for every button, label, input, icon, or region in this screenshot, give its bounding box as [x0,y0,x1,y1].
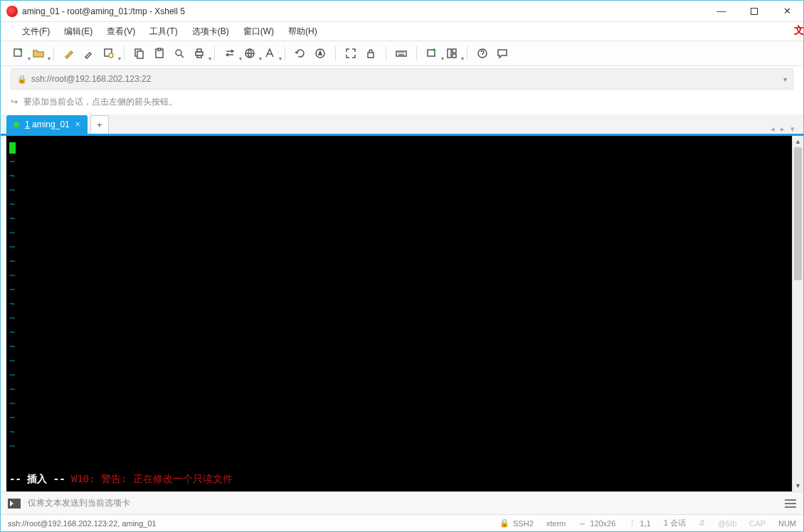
toolbar-sep [124,46,125,60]
vim-tilde-row: ~ [9,353,789,368]
toolbar-sep [53,46,54,60]
close-button[interactable]: ✕ [771,1,803,21]
menu-tabs[interactable]: 选项卡(B) [185,23,236,41]
maximize-button[interactable] [738,1,771,21]
svg-rect-18 [453,54,456,58]
compass-button[interactable] [312,46,328,61]
svg-point-2 [109,53,113,58]
tab-prev-icon[interactable]: ◂ [771,124,775,134]
menu-help[interactable]: 帮助(H) [281,23,324,41]
tab-strip: 1 aming_01 × + ◂ ▸ ▾ [1,115,803,136]
search-button[interactable] [171,46,187,61]
svg-rect-14 [396,51,406,56]
vim-tilde-row: ~ [9,183,789,197]
toolbar-sep [416,46,417,60]
tab-menu-icon[interactable]: ▾ [790,124,795,134]
copy-button[interactable] [132,46,147,61]
menu-tools[interactable]: 工具(T) [142,23,184,41]
status-size: ↔120x26 [578,519,615,528]
tab-aming-01[interactable]: 1 aming_01 × [6,115,88,134]
app-icon [6,6,18,17]
layout-button[interactable] [444,46,460,61]
status-bar: ssh://root@192.168.202.123:22, aming_01 … [1,514,803,531]
svg-rect-4 [137,51,143,58]
vim-tilde-row: ~ [9,368,789,382]
vim-status-line: -- 插入 -- W10: 警告: 正在修改一个只读文件 [9,472,233,486]
status-num: NUM [778,519,796,528]
prompt-icon [8,499,21,509]
scroll-down-icon[interactable]: ▼ [793,480,803,491]
tab-nav: ◂ ▸ ▾ [771,124,803,134]
tab-next-icon[interactable]: ▸ [781,124,785,134]
tab-close-icon[interactable]: × [75,119,80,129]
new-tab-button[interactable]: + [90,115,109,134]
vim-tilde-row: ~ [9,154,789,169]
vim-tilde-row: ~ [9,225,789,240]
new-window-button[interactable] [424,46,440,61]
vim-mode: -- 插入 -- [9,473,71,484]
status-watermark: @5tb [718,519,736,528]
status-sessions: 1 会话 [664,518,686,528]
compose-hint: 仅将文本发送到当前选项卡 [28,497,130,509]
compose-menu-icon[interactable] [785,499,796,508]
title-bar: aming_01 - root@aming_01:/tmp - Xshell 5… [1,1,803,22]
keyboard-button[interactable] [393,46,409,61]
scroll-up-icon[interactable]: ▲ [793,136,803,147]
toolbar-sep [386,46,386,60]
compose-bar: 仅将文本发送到当前选项卡 [1,491,803,514]
vim-tilde-row: ~ [9,311,789,325]
globe-button[interactable] [242,46,258,61]
svg-rect-10 [197,55,201,58]
svg-rect-9 [197,49,201,52]
print-button[interactable] [191,46,207,61]
vim-tilde-row: ~ [9,439,789,453]
properties-button[interactable] [101,46,117,61]
terminal-scrollbar[interactable]: ▲ ▼ [792,136,803,491]
session-hint-text: 要添加当前会话，点击左侧的箭头按钮。 [23,96,177,108]
open-button[interactable] [31,46,46,61]
new-session-button[interactable] [11,46,26,61]
address-dropdown-icon[interactable]: ▾ [783,75,787,83]
vim-tilde-row: ~ [9,339,789,353]
terminal-container: ~~~~~~~~~~~~~~~~~~~~~ -- 插入 -- W10: 警告: … [6,136,803,491]
fullscreen-button[interactable] [343,46,359,61]
status-cursor: ⋮1,1 [628,518,650,528]
tab-status-dot [14,122,19,127]
vim-tilde-row: ~ [9,325,789,339]
highlight-button[interactable] [61,46,77,61]
chat-button[interactable] [494,46,510,61]
vim-tilde-row: ~ [9,240,789,254]
transfer-button[interactable] [222,46,238,61]
menu-view[interactable]: 查看(V) [100,23,142,41]
refresh-button[interactable] [292,46,308,61]
vim-tilde-row: ~ [9,268,789,282]
terminal[interactable]: ~~~~~~~~~~~~~~~~~~~~~ -- 插入 -- W10: 警告: … [6,136,792,491]
vim-tilde-row: ~ [9,211,789,225]
resize-icon: ↔ [578,519,586,528]
toolbar-sep [214,46,215,60]
minimize-button[interactable]: — [705,1,738,21]
tab-label: aming_01 [32,119,70,129]
toolbar-sep [285,46,285,60]
menu-window[interactable]: 窗口(W) [236,23,281,41]
address-bar[interactable]: 🔒 ssh://root@192.168.202.123:22 ▾ [11,68,793,90]
scroll-thumb[interactable] [794,147,802,280]
toolbar-sep [467,46,467,60]
status-proto: 🔒SSH2 [499,518,534,528]
window-title: aming_01 - root@aming_01:/tmp - Xshell 5 [22,6,705,16]
lock-icon: 🔒 [17,75,27,84]
font-button[interactable] [262,46,277,61]
lock-button[interactable] [363,46,379,61]
scroll-track[interactable] [793,147,803,480]
paste-button[interactable] [152,46,167,61]
vim-tilde-row: ~ [9,382,789,396]
bookmark-add-icon[interactable]: ↪ [11,97,18,107]
menu-edit[interactable]: 编辑(E) [57,23,100,41]
eyedropper-button[interactable] [81,46,97,61]
session-hint-bar: ↪ 要添加当前会话，点击左侧的箭头按钮。 [11,92,793,112]
menu-file[interactable]: 文件(F) [15,23,57,41]
help-button[interactable] [475,46,490,61]
vim-tilde-row: ~ [9,410,789,425]
tab-index: 1 [25,119,30,129]
edge-glyph: 文 [794,24,804,37]
